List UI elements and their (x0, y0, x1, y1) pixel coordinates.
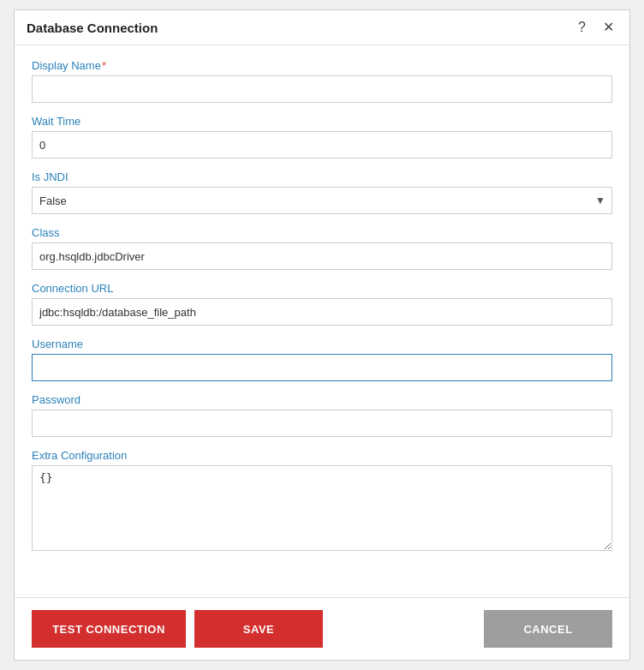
display-name-input[interactable] (32, 75, 612, 103)
titlebar-actions: ? ✕ (575, 19, 617, 36)
dialog-titlebar: Database Connection ? ✕ (15, 10, 629, 45)
connection-url-input[interactable] (32, 298, 612, 326)
extra-config-group: Extra Configuration {} (32, 449, 612, 551)
username-input[interactable] (32, 354, 612, 381)
save-button[interactable]: SAVE (194, 610, 323, 648)
is-jndi-label: Is JNDI (32, 170, 612, 183)
cancel-button[interactable]: CANCEL (484, 610, 612, 648)
is-jndi-select-wrapper: False True ▼ (32, 187, 612, 214)
dialog-footer: TEST CONNECTION SAVE CANCEL (15, 597, 629, 660)
username-label: Username (32, 338, 612, 350)
test-connection-button[interactable]: TEST CONNECTION (32, 610, 186, 648)
username-group: Username (32, 338, 612, 381)
connection-url-group: Connection URL (32, 282, 612, 326)
dialog-title: Database Connection (27, 21, 158, 35)
help-button[interactable]: ? (575, 19, 589, 36)
database-connection-dialog: Database Connection ? ✕ Display Name Wai… (14, 9, 630, 661)
class-input[interactable] (32, 242, 612, 270)
is-jndi-select[interactable]: False True (32, 187, 612, 214)
wait-time-input[interactable] (32, 131, 612, 159)
class-group: Class (32, 226, 612, 270)
password-label: Password (32, 393, 612, 406)
connection-url-label: Connection URL (32, 282, 612, 295)
wait-time-group: Wait Time (32, 115, 612, 159)
class-label: Class (32, 226, 612, 239)
extra-config-label: Extra Configuration (32, 449, 612, 462)
is-jndi-group: Is JNDI False True ▼ (32, 170, 612, 214)
password-input[interactable] (32, 410, 612, 437)
display-name-label: Display Name (32, 59, 612, 72)
close-button[interactable]: ✕ (599, 19, 617, 36)
extra-config-textarea[interactable]: {} (32, 465, 612, 551)
display-name-group: Display Name (32, 59, 612, 103)
dialog-content: Display Name Wait Time Is JNDI False Tru… (15, 45, 629, 597)
wait-time-label: Wait Time (32, 115, 612, 128)
password-group: Password (32, 393, 612, 437)
